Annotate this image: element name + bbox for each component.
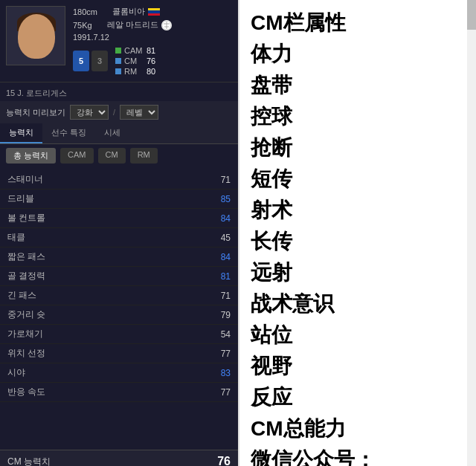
stat-value: 84 [208,252,231,262]
enhance-select[interactable]: 강화 [70,105,109,120]
stat-value: 77 [208,387,231,398]
stat-name: 위치 선정 [7,347,208,360]
right-line: 远射 [251,257,454,288]
card-badge-1: 5 [73,51,89,71]
player-name: 15 J. 로드리게스 [6,88,67,97]
stat-row: 드리블 85 [0,190,238,209]
stat-value: 77 [208,349,231,359]
stat-row: 반응 속도 77 [0,383,238,402]
right-line: CM总能力 [251,413,454,444]
cm-bar [115,58,121,64]
rm-value: 80 [147,67,155,76]
tab-stats[interactable]: 능력치 [0,123,42,143]
player-name-row: 15 J. 로드리게스 [0,85,238,101]
stat-row: 가로채기 54 [0,325,238,344]
position-cam: CAM 81 [115,46,155,55]
stat-row: 시야 83 [0,363,238,383]
stat-name: 볼 컨트롤 [7,212,208,224]
stat-name: 스태미너 [7,173,208,186]
controls-row: 능력치 미리보기 강화 / 레벨 [0,101,238,123]
stat-row: 스태미너 71 [0,170,238,190]
stat-tab-total[interactable]: 총 능력치 [6,148,56,164]
stat-name: 시야 [7,366,208,379]
stat-name: 긴 패스 [7,289,208,302]
slash: / [113,108,115,117]
club-icon [161,20,172,30]
stats-list: 스태미너 71 드리블 85 볼 컨트롤 84 태클 45 짧은 패스 84 골… [0,167,238,450]
right-line: 射术 [251,195,454,226]
player-info: 180cm 콜롬비아 75Kg 레알 마드리드 1991.7.12 [65,6,232,76]
right-line: 短传 [251,164,454,195]
main-tabs: 능력치 선수 특징 시세 [0,123,238,144]
tab-player-traits[interactable]: 선수 특징 [42,123,95,143]
cm-name: CM [124,56,147,65]
weight-row: 75Kg 레알 마드리드 [73,19,232,30]
stat-value: 45 [208,233,231,243]
stat-tab-cam[interactable]: CAM [60,148,93,164]
birthdate-value: 1991.7.12 [73,33,109,42]
stat-row: 볼 컨트롤 84 [0,209,238,228]
card-badges: 5 3 [73,51,108,71]
rm-bar [115,68,121,74]
rm-name: RM [124,67,147,76]
cam-bar [115,48,121,54]
level-select[interactable]: 레벨 [120,105,158,120]
country-value: 콜롬비아 [112,6,145,17]
scrollbar-thumb[interactable] [467,0,476,30]
right-content: CM栏属性体力盘带控球抢断短传射术长传远射战术意识站位视野反应CM总能力微信公众… [251,7,465,466]
right-panel: CM栏属性体力盘带控球抢断短传射术长传远射战术意识站位视野反应CM总能力微信公众… [238,0,476,466]
right-line: 盘带 [251,70,454,101]
stat-name: 반응 속도 [7,386,208,398]
right-line: 微信公众号： [251,444,454,466]
right-line: 控球 [251,101,454,132]
stat-name: 가로채기 [7,328,208,340]
colombia-flag [148,8,160,16]
right-line: 视野 [251,351,454,382]
cam-name: CAM [124,46,147,55]
preview-label: 능력치 미리보기 [6,107,65,118]
stat-row: 태클 45 [0,228,238,247]
stat-value: 81 [208,271,231,282]
player-header: 180cm 콜롬비아 75Kg 레알 마드리드 1991.7.12 [0,0,238,82]
player-avatar [6,6,65,65]
stat-value: 71 [208,291,231,301]
stat-row: 짧은 패스 84 [0,247,238,267]
stat-value: 71 [208,175,231,185]
height-row: 180cm 콜롬비아 [73,6,232,17]
stat-value: 84 [208,213,231,224]
stat-value: 54 [208,329,231,340]
stat-value: 79 [208,310,231,320]
height-value: 180cm [73,7,97,16]
stat-value: 83 [208,368,231,378]
card-badge-2: 3 [91,51,108,71]
stat-name: 태클 [7,231,208,244]
stat-row: 골 결정력 81 [0,267,238,286]
right-line: 反应 [251,382,454,413]
cm-value: 76 [147,56,155,65]
position-rm: RM 80 [115,67,155,76]
stat-tab-rm[interactable]: RM [130,148,158,164]
birthdate-row: 1991.7.12 [73,33,232,42]
right-line: 战术意识 [251,288,454,320]
right-line: 体力 [251,39,454,70]
tab-market[interactable]: 시세 [95,123,129,143]
stat-tab-cm[interactable]: CM [98,148,126,164]
club-value: 레알 마드리드 [107,19,158,30]
position-list: CAM 81 CM 76 RM 80 [115,46,155,76]
total-label: CM 능력치 [7,456,217,467]
avatar-face [18,14,55,59]
stat-row: 중거리 슛 79 [0,305,238,325]
cam-value: 81 [147,46,155,55]
scrollbar-track[interactable] [467,0,476,466]
right-line: 长传 [251,226,454,257]
stat-name: 짧은 패스 [7,250,208,263]
position-cm: CM 76 [115,56,155,65]
stat-name: 중거리 슛 [7,308,208,321]
right-line: CM栏属性 [251,7,454,39]
stat-row: 위치 선정 77 [0,344,238,363]
position-badges: 5 3 CAM 81 CM 76 R [73,46,232,76]
stat-name: 골 결정력 [7,270,208,282]
stat-row: 긴 패스 71 [0,286,238,305]
weight-value: 75Kg [73,21,92,30]
stat-value: 85 [208,194,231,204]
